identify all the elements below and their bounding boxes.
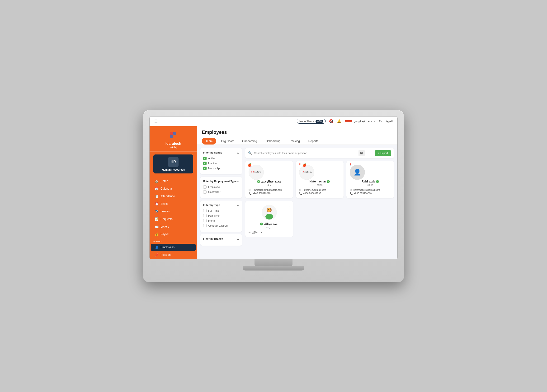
filter-status-header[interactable]: Filter by Status ∧ (203, 151, 239, 154)
manage-label: MANAGE (150, 238, 197, 243)
filter-type-card: Filter by Type ∧ Full-Time Part-Time (200, 201, 242, 232)
search-input[interactable] (254, 152, 356, 155)
sidebar-item-locations[interactable]: 📍 Locations (151, 259, 196, 259)
sidebar-item-calendar[interactable]: 📅 Calendar (151, 185, 196, 192)
filter-inactive[interactable]: ✓ Inactive (203, 162, 239, 165)
sidebar-item-home[interactable]: 🏠 Home (151, 177, 196, 185)
users-badge: No. of Users 4/10 (297, 119, 326, 124)
filter-branch-title: Filter by Branch (203, 237, 223, 240)
sidebar-hr-badge: HR Human Resources (153, 155, 193, 173)
employee-position: sales (350, 184, 391, 186)
tab-tracking[interactable]: Tracking (285, 138, 304, 144)
fulltime-label: Full-Time (208, 209, 219, 212)
sidebar-item-requests[interactable]: 📝 Requests (151, 216, 196, 223)
user-name: محمد عبدالرحمن (354, 120, 372, 123)
tab-team[interactable]: Team (202, 138, 216, 144)
fulltime-checkbox (203, 209, 206, 212)
sidebar-item-employees[interactable]: 👤 Employees (151, 244, 196, 251)
export-button[interactable]: ↑ Export (375, 150, 391, 156)
more-icon[interactable]: ⋮ (288, 163, 291, 167)
lang-en[interactable]: EN (379, 120, 383, 123)
filter-employment-title: Filter by Employment Type (203, 180, 236, 183)
filter-contractor[interactable]: Contractor (203, 190, 239, 194)
tab-reports[interactable]: Reports (305, 138, 322, 144)
tab-offboarding[interactable]: Offboarding (262, 138, 284, 144)
sidebar-nav: 🏠 Home 📅 Calendar 📋 Attendance ⏰ (150, 176, 197, 259)
active-label: Active (208, 157, 215, 160)
calendar-icon: 📅 (155, 187, 159, 190)
more-icon[interactable]: ⋮ (288, 203, 291, 207)
contract-expired-checkbox (203, 224, 206, 227)
sidebar-item-label: Payroll (160, 233, 169, 236)
content-area: Filter by Status ∧ ✓ Active ✓ Inactive (197, 145, 397, 259)
filter-status-card: Filter by Status ∧ ✓ Active ✓ Inactive (200, 148, 242, 174)
sidebar-item-leaves[interactable]: ✈️ Leaves (151, 208, 196, 215)
sidebar-item-label: Home (160, 179, 168, 183)
lang-ar[interactable]: العربية (386, 120, 393, 123)
phone-icon: 📞 (350, 192, 353, 195)
employees-icon: 👤 (155, 246, 159, 249)
menu-icon[interactable]: ☰ (154, 119, 158, 123)
parttime-checkbox (203, 214, 206, 217)
tab-onboarding[interactable]: Onboarding (238, 138, 261, 144)
filter-type-header[interactable]: Filter by Type ∧ (203, 203, 239, 207)
inactive-checkbox: ✓ (203, 162, 206, 165)
filter-employment-header[interactable]: Filter by Employment Type ∧ (203, 180, 239, 183)
filter-contract-expired[interactable]: Contract Expired (203, 224, 239, 227)
verified-badge: ✓ (260, 223, 263, 225)
employee-card: 📍 🍎 ⋮ HRmatters. (296, 161, 343, 198)
filter-panel: Filter by Status ∧ ✓ Active ✓ Inactive (200, 148, 242, 256)
card-top-icons: 📍 (349, 163, 352, 166)
svg-rect-1 (170, 132, 173, 135)
filter-employee[interactable]: Employee (203, 185, 239, 189)
sidebar-item-label: Attendance (160, 195, 175, 198)
hr-label: Human Resources (162, 168, 185, 171)
filter-active[interactable]: ✓ Active (203, 157, 239, 160)
card-actions: ⋮ (288, 163, 291, 167)
sidebar-item-label: Shifts (160, 202, 168, 205)
list-view-button[interactable]: ☰ (366, 150, 372, 156)
export-icon: ↑ (378, 152, 379, 155)
email-value: g@hh.com (252, 231, 263, 234)
employee-card: 🍎 ⋮ HRmatters. (245, 161, 293, 198)
sidebar-item-payroll[interactable]: 💰 Payroll (151, 231, 196, 238)
employees-area: 🔍 ⊞ ☰ ↑ Export (245, 148, 394, 256)
card-top-icons: 📍 🍎 (298, 163, 306, 167)
intern-checkbox (203, 219, 206, 222)
more-icon[interactable]: ⋮ (389, 163, 392, 167)
page-header: Employees Team Org Chart Onboarding Offb… (197, 126, 397, 145)
filter-parttime[interactable]: Part-Time (203, 214, 239, 217)
bell-icon[interactable]: 🔔 (337, 119, 342, 123)
filter-branch-header[interactable]: Filter by Branch ∧ (203, 237, 239, 240)
more-icon[interactable]: ⋮ (338, 163, 341, 167)
volume-icon[interactable]: 🔇 (329, 119, 334, 123)
phone-value: +966 566607595 (303, 192, 321, 195)
sidebar-item-attendance[interactable]: 📋 Attendance (151, 193, 196, 200)
svg-rect-3 (170, 135, 173, 138)
parttime-label: Part-Time (208, 214, 220, 217)
logo-icon (168, 130, 178, 141)
filter-employment-card: Filter by Employment Type ∧ Employee Con (200, 177, 242, 198)
view-icons: ⊞ ☰ (358, 150, 372, 156)
filter-not-on-app[interactable]: ✓ Not on App (203, 167, 239, 170)
email-icon: ✉ (350, 189, 352, 191)
location-icon: 📍 (298, 163, 301, 167)
apple-icon: 🍎 (302, 163, 306, 167)
sidebar-item-position[interactable]: 📌 Position (151, 251, 196, 259)
grid-view-button[interactable]: ⊞ (358, 150, 365, 156)
email-value: 7ateem12@gmail.com (302, 189, 326, 191)
page-title: Employees (202, 129, 393, 135)
svg-rect-4 (173, 135, 176, 138)
user-info[interactable]: محمد عبدالرحمن ▼ (345, 120, 376, 123)
sidebar-item-shifts[interactable]: ⏰ Shifts (151, 200, 196, 208)
contact-email: ✉ g@hh.com (249, 231, 290, 234)
card-actions: ⋮ (338, 163, 341, 167)
tab-org-chart[interactable]: Org Chart (217, 138, 237, 144)
email-value: IT.Officer@joinhrmatters.com (252, 189, 282, 191)
home-icon: 🏠 (155, 179, 159, 183)
logo-text: Idaratech (165, 142, 181, 145)
svg-rect-2 (173, 132, 176, 135)
filter-intern[interactable]: Intern (203, 219, 239, 222)
sidebar-item-letters[interactable]: ✉️ Letters (151, 223, 196, 230)
filter-fulltime[interactable]: Full-Time (203, 209, 239, 212)
